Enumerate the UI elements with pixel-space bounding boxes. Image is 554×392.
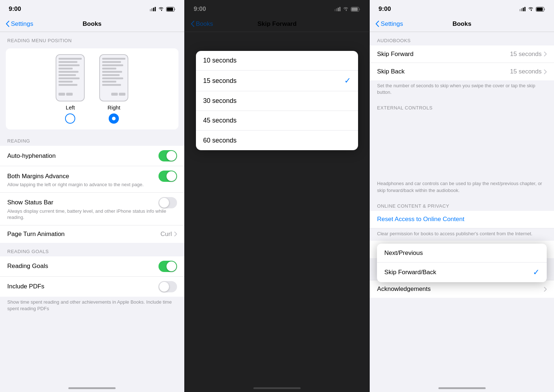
reset-access-description: Clear permission for books to access pub…	[370, 228, 554, 241]
reading-settings-group: Auto-hyphenation Both Margins Advance Al…	[0, 146, 184, 243]
svg-rect-1	[151, 8, 152, 11]
row-auto-hyphenation: Auto-hyphenation	[0, 146, 184, 166]
status-time-3: 9:00	[378, 5, 391, 13]
picker-45s-label: 45 seconds	[203, 117, 237, 124]
audiobooks-description: Set the number of seconds to skip when y…	[370, 80, 554, 99]
section-goals-header: READING GOALS	[0, 243, 184, 256]
section-online-header: ONLINE CONTENT & PRIVACY	[370, 197, 554, 211]
picker-row-45s[interactable]: 45 seconds	[196, 111, 358, 131]
page-turn-label: Page Turn Animation	[7, 231, 65, 238]
show-status-bar-toggle[interactable]	[158, 197, 177, 208]
reading-goals-toggle[interactable]	[158, 261, 177, 272]
nav-title-3: Books	[453, 20, 471, 28]
back-label-3: Settings	[381, 20, 403, 28]
picker-15s-check: ✓	[344, 76, 351, 85]
picker-10s-label: 10 seconds	[203, 57, 237, 64]
svg-rect-12	[519, 9, 521, 11]
status-bar-3: 9:00	[370, 0, 554, 16]
svg-rect-14	[523, 8, 524, 11]
battery-icon-3	[536, 7, 545, 12]
svg-rect-3	[154, 7, 156, 11]
panel-3: 9:00 Settings	[370, 0, 554, 392]
reset-access-label[interactable]: Reset Access to Online Content	[377, 216, 464, 223]
panel-2: 9:00 Books	[185, 0, 369, 392]
status-icons-3	[519, 7, 545, 12]
chevron-left-icon-3	[376, 21, 379, 27]
acknowledgements-chevron	[544, 287, 547, 292]
both-margins-sublabel: Allow tapping the left or right margin t…	[7, 182, 144, 188]
home-indicator-3	[438, 387, 486, 389]
ec-next-prev-label: Next/Previous	[384, 249, 423, 257]
picker-30s-label: 30 seconds	[203, 97, 237, 105]
nav-bar-3: Settings Books	[370, 16, 554, 32]
status-bar-1: 9:00	[0, 0, 184, 16]
nav-bar-1: Settings Books	[0, 16, 184, 32]
include-pdfs-toggle[interactable]	[158, 281, 177, 292]
both-margins-toggle[interactable]	[158, 171, 177, 182]
skip-forward-label: Skip Forward	[377, 51, 413, 58]
online-group: Reset Access to Online Content	[370, 211, 554, 228]
section-reading-header: READING	[0, 132, 184, 146]
show-status-bar-sublabel: Always display current time, battery lev…	[7, 208, 177, 221]
picker-row-15s[interactable]: 15 seconds ✓	[196, 71, 358, 91]
battery-icon	[166, 7, 176, 12]
row-skip-back[interactable]: Skip Back 15 seconds	[370, 63, 554, 80]
left-label: Left	[66, 104, 75, 111]
show-status-bar-label: Show Status Bar	[7, 199, 53, 206]
skip-forward-value: 15 seconds	[510, 51, 547, 58]
external-controls-card: Next/Previous Skip Forward/Back ✓	[377, 244, 547, 282]
svg-rect-17	[537, 8, 543, 11]
svg-rect-15	[525, 7, 526, 11]
svg-rect-5	[167, 8, 173, 11]
svg-rect-0	[150, 9, 151, 11]
skip-forward-chevron	[544, 52, 547, 56]
row-show-status-bar: Show Status Bar Always display current t…	[0, 193, 184, 225]
wifi-icon-3	[528, 7, 534, 11]
picker-row-60s[interactable]: 60 seconds	[196, 131, 358, 150]
row-reading-goals: Reading Goals	[0, 256, 184, 277]
svg-rect-13	[521, 8, 522, 11]
section-reading-menu-header: READING MENU POSITION	[0, 32, 184, 45]
radio-left[interactable]	[65, 113, 75, 124]
row-skip-forward[interactable]: Skip Forward 15 seconds	[370, 45, 554, 63]
row-page-turn[interactable]: Page Turn Animation Curl	[0, 225, 184, 243]
external-controls-section: Next/Previous Skip Forward/Back ✓	[370, 113, 554, 178]
skip-back-label: Skip Back	[377, 68, 405, 75]
goals-description: Show time spent reading and other achiev…	[0, 297, 184, 316]
row-both-margins: Both Margins Advance Allow tapping the l…	[0, 166, 184, 193]
include-pdfs-label: Include PDFs	[7, 283, 44, 290]
status-icons-1	[150, 7, 176, 12]
wifi-icon	[158, 7, 164, 11]
row-acknowledgements[interactable]: Acknowledgements	[370, 280, 554, 298]
row-include-pdfs: Include PDFs	[0, 277, 184, 297]
back-button-3[interactable]: Settings	[376, 20, 403, 28]
picker-row-30s[interactable]: 30 seconds	[196, 91, 358, 111]
ec-skip-fb-check: ✓	[533, 268, 539, 277]
picker-60s-label: 60 seconds	[203, 137, 237, 144]
right-label: Right	[108, 104, 120, 111]
both-margins-label: Both Margins Advance	[7, 173, 69, 180]
skip-back-value: 15 seconds	[510, 68, 547, 75]
row-reset-access[interactable]: Reset Access to Online Content	[370, 211, 554, 228]
picker-row-10s[interactable]: 10 seconds	[196, 51, 358, 71]
page-turn-value: Curl	[161, 231, 177, 238]
position-left[interactable]: Left	[56, 54, 85, 124]
back-button-1[interactable]: Settings	[6, 20, 33, 28]
position-right[interactable]: Right	[99, 54, 128, 124]
section-external-header: EXTERNAL CONTROLS	[370, 99, 554, 113]
acknowledgements-label: Acknowledgements	[377, 285, 430, 293]
chevron-right-icon	[174, 232, 177, 236]
auto-hyphenation-toggle[interactable]	[158, 150, 177, 161]
external-controls-spacer	[370, 113, 554, 178]
signal-icon-3	[519, 7, 526, 11]
home-indicator-1	[68, 387, 116, 389]
skip-forward-picker: 10 seconds 15 seconds ✓ 30 seconds 45 se…	[196, 51, 358, 150]
ec-skip-fb-label: Skip Forward/Back	[384, 269, 436, 276]
acknowledgements-group: Acknowledgements	[370, 280, 554, 298]
ec-row-skip-fb[interactable]: Skip Forward/Back ✓	[377, 263, 547, 282]
svg-rect-2	[153, 8, 154, 11]
ec-row-next-prev[interactable]: Next/Previous	[377, 244, 547, 263]
radio-right[interactable]	[109, 113, 119, 124]
phone-mock-right	[99, 54, 128, 101]
auto-hyphenation-label: Auto-hyphenation	[7, 152, 56, 160]
